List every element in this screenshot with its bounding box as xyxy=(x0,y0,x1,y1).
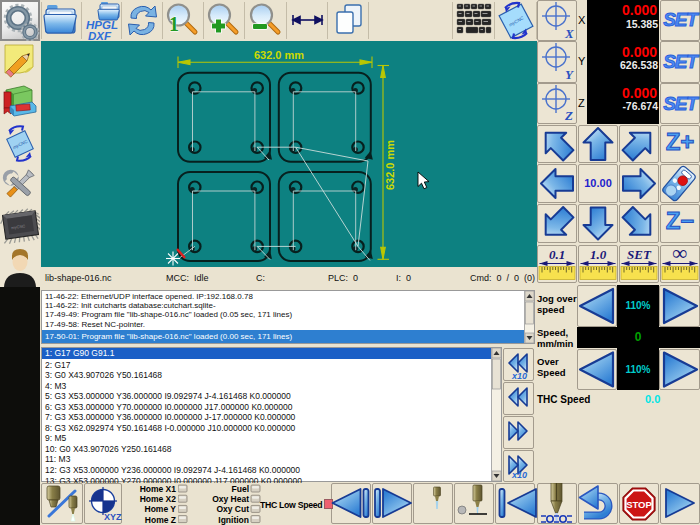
svg-text:632.0 mm: 632.0 mm xyxy=(254,49,304,61)
svg-text:Y: Y xyxy=(565,67,574,82)
svg-text:X: X xyxy=(564,26,574,41)
svg-text:632.0 mm: 632.0 mm xyxy=(384,140,396,190)
svg-text:DXF: DXF xyxy=(88,30,112,42)
svg-text:XYZ: XYZ xyxy=(104,512,122,522)
svg-text:x10: x10 xyxy=(511,371,527,381)
svg-text:x10: x10 xyxy=(511,470,527,480)
svg-text:STOP: STOP xyxy=(626,499,652,510)
svg-text:1: 1 xyxy=(169,13,179,35)
svg-text:Z: Z xyxy=(564,108,573,123)
